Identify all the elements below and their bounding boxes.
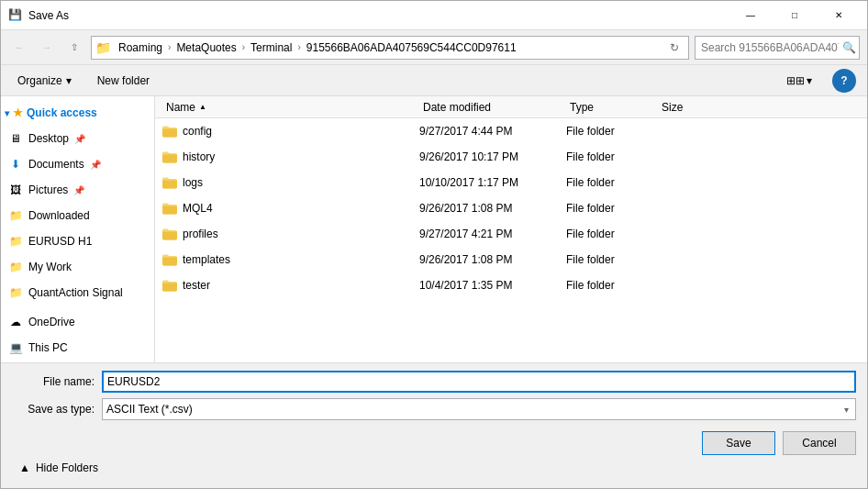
maximize-button[interactable]: □: [773, 1, 816, 30]
file-type: File folder: [566, 150, 658, 163]
filetype-select[interactable]: ASCII Text (*.csv): [102, 398, 856, 420]
search-bar[interactable]: 🔍: [695, 36, 860, 60]
sidebar-item-mywork[interactable]: 📁 My Work: [1, 254, 154, 280]
filename-label: File name:: [12, 375, 95, 388]
file-type: File folder: [566, 228, 658, 240]
sidebar-item-pictures[interactable]: 🖼 Pictures 📌: [1, 177, 154, 203]
sidebar-item-downloaded[interactable]: 📁 Downloaded: [1, 203, 154, 228]
file-date: 9/26/2017 1:08 PM: [419, 253, 566, 266]
new-folder-button[interactable]: New folder: [92, 69, 155, 93]
sidebar-item-documents[interactable]: ⬇ Documents 📌: [1, 151, 154, 177]
file-list-header: Name ▲ Date modified Type Size: [155, 96, 867, 118]
table-row[interactable]: MQL4 9/26/2017 1:08 PM File folder: [155, 195, 867, 221]
sidebar-item-desktop[interactable]: 🖥 Desktop 📌: [1, 126, 154, 151]
address-part-metaquotes[interactable]: MetaQuotes: [172, 39, 239, 56]
save-button[interactable]: Save: [702, 431, 775, 455]
quick-access-star: ★: [13, 106, 23, 119]
file-name: profiles: [162, 228, 419, 240]
main-content: ▾ ★ Quick access 🖥 Desktop 📌 ⬇ Documents…: [1, 96, 867, 362]
filename-input[interactable]: [102, 371, 856, 393]
folder-icon: [162, 279, 177, 292]
file-rows-container: config 9/27/2017 4:44 PM File folder his…: [155, 118, 867, 298]
table-row[interactable]: history 9/26/2017 10:17 PM File folder: [155, 144, 867, 170]
folder-icon: [162, 150, 177, 163]
onedrive-icon: ☁: [8, 315, 23, 329]
file-date: 10/4/2017 1:35 PM: [419, 279, 566, 292]
cancel-button[interactable]: Cancel: [783, 431, 856, 455]
hide-folders-row[interactable]: ▲ Hide Folders: [12, 455, 856, 481]
help-button[interactable]: ?: [832, 69, 856, 93]
address-part-roaming[interactable]: Roaming: [115, 39, 166, 56]
window-icon: 💾: [8, 8, 23, 23]
sidebar-item-quantaction[interactable]: 📁 QuantAction Signal: [1, 280, 154, 306]
file-type: File folder: [566, 253, 658, 266]
back-button: ←: [8, 37, 30, 59]
quick-access-label: Quick access: [27, 106, 97, 119]
save-label: Save: [726, 437, 751, 450]
filename-row: File name:: [12, 371, 856, 393]
search-input[interactable]: [701, 41, 839, 54]
file-name: logs: [162, 176, 419, 189]
table-row[interactable]: tester 10/4/2017 1:35 PM File folder: [155, 272, 867, 298]
address-bar: 📁 Roaming › MetaQuotes › Terminal › 9155…: [91, 36, 689, 60]
up-button[interactable]: ⇧: [63, 37, 85, 59]
folder-icon: [162, 125, 177, 138]
sidebar-item-documents-label: Documents: [28, 158, 84, 171]
sidebar-item-onedrive[interactable]: ☁ OneDrive: [1, 309, 154, 335]
documents-icon: ⬇: [8, 157, 23, 172]
organize-bar: Organize ▾ New folder ⊞⊞ ▾ ?: [1, 65, 867, 96]
col-header-name[interactable]: Name ▲: [162, 96, 419, 117]
file-name: config: [162, 125, 419, 138]
quantaction-icon: 📁: [8, 285, 23, 300]
sidebar-item-eurusd[interactable]: 📁 EURUSD H1: [1, 228, 154, 254]
sep3: ›: [297, 42, 300, 52]
cancel-label: Cancel: [802, 437, 836, 450]
table-row[interactable]: profiles 9/27/2017 4:21 PM File folder: [155, 221, 867, 247]
file-date: 9/26/2017 1:08 PM: [419, 202, 566, 215]
file-name: MQL4: [162, 202, 419, 215]
quick-access-header[interactable]: ▾ ★ Quick access: [1, 100, 154, 126]
quick-access-chevron: ▾: [5, 108, 9, 118]
bottom-bar: File name: Save as type: ASCII Text (*.c…: [1, 362, 867, 488]
filetype-select-wrapper: ASCII Text (*.csv): [102, 398, 856, 420]
file-type: File folder: [566, 279, 658, 292]
help-label: ?: [840, 74, 847, 87]
table-row[interactable]: templates 9/26/2017 1:08 PM File folder: [155, 247, 867, 272]
col-header-size[interactable]: Size: [658, 96, 731, 117]
thispc-icon: 💻: [8, 340, 23, 355]
file-date: 9/26/2017 10:17 PM: [419, 150, 566, 163]
col-header-date[interactable]: Date modified: [419, 96, 566, 117]
file-name: tester: [162, 279, 419, 292]
view-button[interactable]: ⊞⊞ ▾: [781, 69, 818, 93]
downloaded-icon: 📁: [8, 208, 23, 223]
minimize-button[interactable]: —: [729, 1, 772, 30]
table-row[interactable]: config 9/27/2017 4:44 PM File folder: [155, 118, 867, 144]
sidebar-item-eurusd-label: EURUSD H1: [28, 235, 92, 248]
sidebar-item-thispc[interactable]: 💻 This PC: [1, 335, 154, 361]
pin-icon-desktop: 📌: [74, 134, 85, 144]
close-button[interactable]: ✕: [818, 1, 860, 30]
desktop-icon: 🖥: [8, 131, 23, 146]
address-parts: Roaming › MetaQuotes › Terminal › 915566…: [115, 39, 661, 56]
address-part-terminal[interactable]: Terminal: [247, 39, 295, 56]
sidebar: ▾ ★ Quick access 🖥 Desktop 📌 ⬇ Documents…: [1, 96, 155, 362]
file-type: File folder: [566, 125, 658, 138]
folder-icon: [162, 228, 177, 240]
sidebar-item-desktop-label: Desktop: [28, 132, 69, 145]
table-row[interactable]: logs 10/10/2017 1:17 PM File folder: [155, 170, 867, 195]
sidebar-item-mywork-label: My Work: [28, 261, 72, 273]
refresh-button[interactable]: ↻: [664, 38, 684, 58]
address-folder-icon: 📁: [95, 40, 111, 55]
col-header-type[interactable]: Type: [566, 96, 658, 117]
file-name: history: [162, 150, 419, 163]
title-bar: 💾 Save As — □ ✕: [1, 1, 867, 30]
sidebar-item-onedrive-label: OneDrive: [28, 316, 75, 328]
window-title: Save As: [28, 9, 729, 22]
mywork-icon: 📁: [8, 260, 23, 274]
new-folder-label: New folder: [97, 74, 150, 87]
organize-button[interactable]: Organize ▾: [12, 69, 77, 93]
hide-folders-label: Hide Folders: [36, 461, 98, 474]
file-type: File folder: [566, 202, 658, 215]
address-part-guid[interactable]: 915566BA06ADA407569C544CC0D97611: [303, 39, 520, 56]
organize-label: Organize: [17, 74, 62, 87]
